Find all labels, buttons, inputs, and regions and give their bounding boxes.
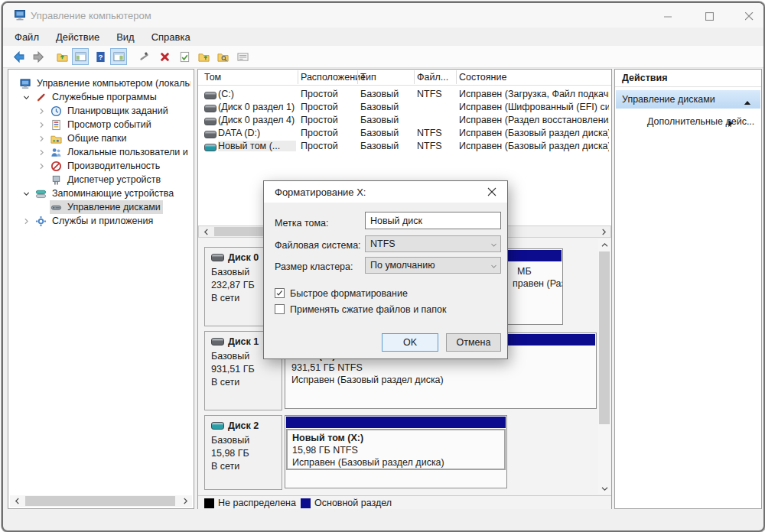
disk-label-2[interactable]: Диск 2Базовый15,98 ГБВ сети [204,415,282,490]
partition-2-0[interactable]: Новый том (X:)15,98 ГБ NTFSИсправен (Баз… [285,415,507,488]
column-header-4[interactable]: Состояние [459,72,506,83]
cancel-button[interactable]: Отмена [446,333,501,352]
quick-format-checkbox[interactable] [275,288,285,298]
cell-status: Исправен (Базовый раздел диска) [459,128,609,138]
ok-button[interactable]: OK [382,333,438,352]
cell-filesystem: NTFS [417,128,455,138]
tree-item-content: Общие папки [50,131,129,145]
tree-horizontal-scrollbar[interactable] [10,495,192,507]
tree-item-label: Служебные программы [50,91,159,103]
actions-group-disk-management[interactable]: Управление дисками [616,90,760,109]
scroll-left-icon[interactable] [200,226,211,237]
chevron-right-icon[interactable] [21,216,31,226]
actions-header: Действия [615,70,761,87]
cluster-size-select[interactable]: По умолчанию [365,257,501,274]
tree-item-2[interactable]: Планировщик заданий [8,104,194,118]
tools-icon [34,92,47,103]
find-folder-icon[interactable] [214,48,231,65]
disk-name: Диск 1 [228,336,259,347]
export-folder-icon[interactable] [195,48,212,65]
legend-bar: Не распределенаОсновной раздел [198,495,611,509]
submenu-arrow-icon [728,117,734,131]
disk-view-vertical-scrollbar[interactable] [598,239,610,494]
scroll-down-icon[interactable] [598,483,610,494]
chevron-down-icon[interactable] [21,92,31,102]
check-document-icon[interactable] [176,48,193,65]
actions-more-item[interactable]: Дополнительные дейс... [615,114,761,131]
forward-icon[interactable] [30,48,47,65]
chevron-right-icon[interactable] [36,119,47,130]
partition-body: Новый том (X:)15,98 ГБ NTFSИсправен (Баз… [286,429,506,470]
cell-location: Простой [301,102,357,112]
storage-icon [34,188,47,200]
menu-item-действие[interactable]: Действие [47,30,108,44]
column-header-3[interactable]: Файл... [417,72,448,83]
file-system-select[interactable]: NTFS [365,235,501,252]
legend-swatch [204,498,214,508]
device-manager-icon [50,174,62,186]
volume-label-input[interactable]: Новый диск [365,212,501,229]
actions-header-label: Действия [622,73,667,83]
scheduler-icon [50,105,62,117]
column-header-2[interactable]: Тип [360,72,376,83]
column-header-0[interactable]: Том [204,72,221,83]
tree-item-7[interactable]: Диспетчер устройств [8,173,194,187]
disk-name: Диск 2 [228,420,259,431]
delete-volume-icon[interactable] [156,48,173,65]
chevron-down-icon[interactable] [21,188,31,199]
tree-item-9[interactable]: Управление дисками [8,200,194,214]
cell-status: Исправен (Раздел восстановления) [459,115,609,125]
compression-checkbox[interactable] [275,304,285,314]
chevron-right-icon[interactable] [36,161,47,171]
tree-item-8[interactable]: Запоминающие устройства [8,187,194,200]
tree-item-0[interactable]: Управление компьютером (локальным) [8,76,194,90]
scroll-left-icon[interactable] [11,495,22,507]
dialog-close-icon[interactable] [487,186,496,200]
legend-item-0: Не распределена [204,498,296,508]
tree-item-5[interactable]: Локальные пользователи и групп [8,145,194,159]
volume-row-3[interactable]: DATA (D:)ПростойБазовыйNTFSИсправен (Баз… [198,127,611,140]
tree-item-4[interactable]: Общие папки [8,131,194,145]
scroll-right-icon[interactable] [180,495,190,507]
tree-item-10[interactable]: Службы и приложения [8,214,194,228]
tree-item-6[interactable]: Производительность [8,159,194,173]
cell-volume: DATA (D:) [218,128,296,138]
chevron-right-icon[interactable] [36,133,47,144]
volume-row-2[interactable]: (Диск 0 раздел 4)ПростойБазовыйИсправен … [198,114,611,127]
menu-item-справка[interactable]: Справка [143,30,199,44]
tool-icon[interactable] [135,48,152,65]
scroll-up-icon[interactable] [598,239,610,250]
tree-item-3[interactable]: Просмотр событий [8,118,194,131]
maximize-button[interactable] [696,8,722,24]
up-level-icon[interactable] [54,48,70,65]
volume-row-0[interactable]: (C:)ПростойБазовыйNTFSИсправен (Загрузка… [198,88,611,101]
back-icon[interactable] [10,48,27,65]
minimize-button[interactable] [655,8,681,24]
column-separator [357,70,358,84]
scroll-thumb[interactable] [25,496,175,506]
collapse-icon[interactable] [744,96,751,109]
menu-item-файл[interactable]: Файл [6,30,47,44]
format-dialog-title-bar[interactable]: Форматирование X: [264,181,507,203]
computer-management-window: Управление компьютером ФайлДействиеВидСп… [0,0,765,532]
column-header-1[interactable]: Расположение [301,72,366,83]
console-window-icon[interactable] [72,48,89,65]
show-console-tree-icon[interactable] [110,48,127,65]
cell-volume: (Диск 0 раздел 1) [218,102,296,112]
volume-row-4[interactable]: Новый том (...ПростойБазовыйNTFSИсправен… [198,140,611,153]
scroll-right-icon[interactable] [598,226,609,237]
scroll-thumb[interactable] [599,251,610,424]
volume-row-1[interactable]: (Диск 0 раздел 1)ПростойБазовыйИсправен … [198,101,611,114]
tree-item-content: Планировщик заданий [50,104,171,118]
tree-item-1[interactable]: Служебные программы [8,90,194,104]
chevron-right-icon[interactable] [36,105,47,116]
properties-icon[interactable] [234,48,251,65]
disk-management-icon [50,202,62,213]
console-tree-panel: Управление компьютером (локальным)Служеб… [8,69,194,509]
menu-item-вид[interactable]: Вид [108,30,143,44]
title-bar[interactable]: Управление компьютером [3,3,763,28]
chevron-right-icon[interactable] [36,147,47,157]
close-button[interactable] [736,8,762,24]
help-icon[interactable]: ? [92,48,109,65]
tree-item-content: Производительность [50,159,162,173]
